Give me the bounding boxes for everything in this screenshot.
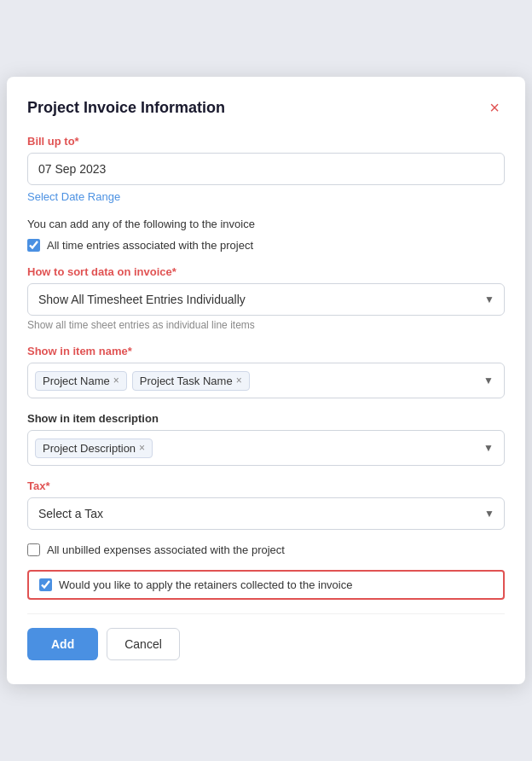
add-following-section: You can add any of the following to the … bbox=[27, 218, 505, 252]
item-name-chevron-down-icon: ▼ bbox=[483, 375, 494, 386]
all-time-entries-row: All time entries associated with the pro… bbox=[27, 239, 505, 252]
sort-data-select[interactable]: Show All Timesheet Entries Individually … bbox=[27, 283, 505, 316]
item-name-label: Show in item name* bbox=[27, 345, 505, 357]
footer-divider bbox=[27, 613, 505, 614]
item-description-chevron-down-icon: ▼ bbox=[483, 442, 494, 454]
unbilled-expenses-checkbox[interactable] bbox=[27, 543, 40, 556]
retainers-label[interactable]: Would you like to apply the retainers co… bbox=[59, 578, 352, 591]
sort-data-section: How to sort data on invoice* Show All Ti… bbox=[27, 265, 505, 331]
tax-select-wrapper: Select a Tax ▼ bbox=[27, 497, 505, 530]
tag-project-name-close-icon[interactable]: × bbox=[113, 375, 119, 386]
project-invoice-modal: Project Invoice Information × Bill up to… bbox=[7, 77, 525, 684]
item-description-section: Show in item description Project Descrip… bbox=[27, 412, 505, 466]
all-time-entries-checkbox[interactable] bbox=[27, 239, 40, 252]
tax-label: Tax* bbox=[27, 479, 505, 492]
retainers-row: Would you like to apply the retainers co… bbox=[27, 570, 505, 600]
bill-up-to-label: Bill up to* bbox=[27, 135, 505, 148]
tag-project-description-close-icon[interactable]: × bbox=[139, 443, 145, 453]
unbilled-expenses-row: All unbilled expenses associated with th… bbox=[27, 543, 505, 556]
item-name-section: Show in item name* Project Name × Projec… bbox=[27, 345, 505, 398]
sort-data-label: How to sort data on invoice* bbox=[27, 265, 505, 278]
modal-title: Project Invoice Information bbox=[27, 99, 225, 117]
sort-data-select-wrapper: Show All Timesheet Entries Individually … bbox=[27, 283, 505, 316]
tag-project-name: Project Name × bbox=[35, 371, 127, 391]
modal-header: Project Invoice Information × bbox=[27, 97, 505, 118]
item-description-tags-wrapper[interactable]: Project Description × ▼ bbox=[27, 430, 505, 466]
retainers-checkbox[interactable] bbox=[39, 578, 52, 591]
tag-project-name-text: Project Name bbox=[43, 375, 110, 387]
tag-project-description-text: Project Description bbox=[43, 442, 136, 455]
select-date-range-link[interactable]: Select Date Range bbox=[27, 190, 120, 203]
bill-up-to-section: Bill up to* Select Date Range bbox=[27, 135, 505, 204]
bill-up-to-input[interactable] bbox=[27, 153, 505, 185]
tax-section: Tax* Select a Tax ▼ bbox=[27, 479, 505, 530]
unbilled-expenses-label[interactable]: All unbilled expenses associated with th… bbox=[47, 543, 285, 556]
add-button[interactable]: Add bbox=[27, 628, 98, 660]
cancel-button[interactable]: Cancel bbox=[107, 628, 180, 660]
tag-project-task-name: Project Task Name × bbox=[132, 371, 250, 391]
tag-project-description: Project Description × bbox=[35, 439, 153, 458]
close-button[interactable]: × bbox=[484, 97, 505, 118]
footer-buttons: Add Cancel bbox=[27, 628, 505, 660]
item-name-tags-wrapper[interactable]: Project Name × Project Task Name × ▼ bbox=[27, 363, 505, 398]
add-following-text: You can add any of the following to the … bbox=[27, 218, 505, 230]
sort-data-hint: Show all time sheet entries as individua… bbox=[27, 319, 505, 331]
tag-project-task-name-text: Project Task Name bbox=[140, 375, 233, 387]
tag-project-task-name-close-icon[interactable]: × bbox=[236, 375, 242, 386]
item-description-label: Show in item description bbox=[27, 412, 505, 425]
all-time-entries-label[interactable]: All time entries associated with the pro… bbox=[47, 239, 253, 252]
tax-select[interactable]: Select a Tax bbox=[27, 497, 505, 530]
